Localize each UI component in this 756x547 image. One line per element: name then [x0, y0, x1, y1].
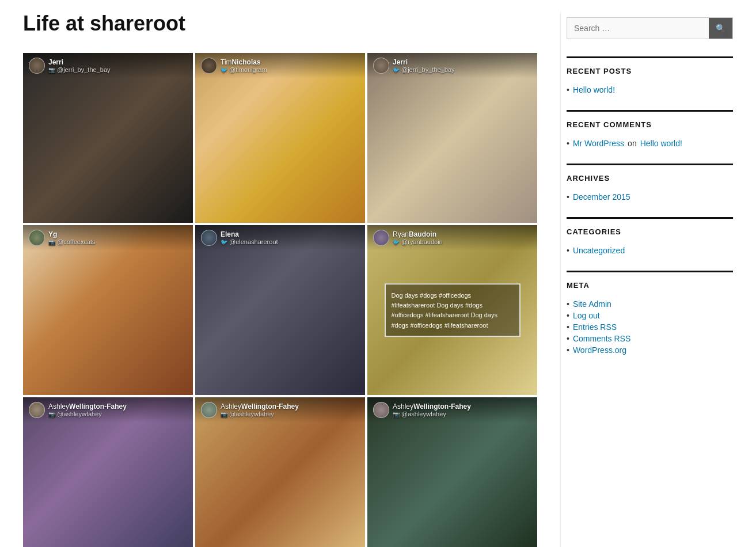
- photo-user-info: RyanBaudoin 🐦@ryanbaudoin: [393, 230, 443, 245]
- photo-handle: 📷@coffeexcats: [48, 238, 96, 245]
- recent-posts-title: RECENT POSTS: [567, 67, 733, 75]
- photo-handle: 📷@ashleywfahey: [393, 411, 471, 417]
- list-item: Hello world!: [567, 84, 733, 96]
- handle-icon: 📷: [48, 411, 55, 417]
- photo-handle: 📷@ashleywfahey: [221, 411, 299, 417]
- meta-link[interactable]: WordPress.org: [573, 345, 626, 355]
- search-input[interactable]: [567, 18, 709, 39]
- handle-icon: 📷: [48, 239, 55, 245]
- photo-user-info: Elena 🐦@elenashareroot: [221, 230, 278, 245]
- photo-user-info: TimNicholas 🐦@timonigram: [221, 58, 267, 73]
- list-item: Entries RSS: [567, 321, 733, 333]
- list-item: December 2015: [567, 191, 733, 203]
- meta-link[interactable]: Comments RSS: [573, 334, 630, 343]
- photo-cell[interactable]: Jerri 🐦@jerri_by_the_bay: [367, 53, 537, 223]
- photo-user-info: AshleyWellington-Fahey 📷@ashleywfahey: [393, 402, 471, 417]
- archives-section: ARCHIVES December 2015: [567, 164, 733, 203]
- photo-cell[interactable]: AshleyWellington-Fahey 📷@ashleywfahey: [195, 397, 365, 547]
- list-item: Log out: [567, 310, 733, 321]
- avatar: [201, 230, 217, 246]
- photo-username: Elena: [221, 230, 278, 238]
- photo-overlay: Jerri 📷@jerri_by_the_bay: [23, 53, 193, 78]
- photo-cell[interactable]: Jerri 📷@jerri_by_the_bay: [23, 53, 193, 223]
- search-icon: 🔍: [716, 24, 725, 33]
- photo-overlay: TimNicholas 🐦@timonigram: [195, 53, 365, 78]
- avatar: [201, 58, 217, 74]
- photo-handle: 🐦@jerri_by_the_bay: [393, 66, 455, 73]
- recent-posts-section: RECENT POSTS Hello world!: [567, 56, 733, 96]
- photo-username: Jerri: [48, 58, 111, 66]
- photo-username: Jerri: [393, 58, 455, 66]
- main-content: Life at shareroot Jerri 📷@jerri_by_the_b…: [23, 12, 560, 547]
- photo-handle: 📷@ashleywfahey: [48, 411, 127, 417]
- handle-icon: 📷: [48, 67, 55, 73]
- photo-overlay: Yg 📷@coffeexcats: [23, 225, 193, 250]
- recent-comments-title: RECENT COMMENTS: [567, 120, 733, 129]
- recent-comments-list: Mr WordPress on Hello world!: [567, 138, 733, 149]
- recent-comments-section: RECENT COMMENTS Mr WordPress on Hello wo…: [567, 110, 733, 149]
- handle-icon: 📷: [393, 411, 400, 417]
- photo-handle: 🐦@timonigram: [221, 66, 267, 73]
- categories-title: CATEGORIES: [567, 227, 733, 236]
- photo-cell[interactable]: Elena 🐦@elenashareroot: [195, 225, 365, 395]
- meta-list: Site AdminLog outEntries RSSComments RSS…: [567, 298, 733, 356]
- list-item: Mr WordPress on Hello world!: [567, 138, 733, 149]
- recent-post-link[interactable]: Hello world!: [573, 85, 615, 94]
- meta-section: META Site AdminLog outEntries RSSComment…: [567, 271, 733, 356]
- search-button[interactable]: 🔍: [709, 18, 732, 39]
- comment-post-link[interactable]: Hello world!: [640, 139, 682, 148]
- list-item: Site Admin: [567, 298, 733, 310]
- meta-link[interactable]: Entries RSS: [573, 322, 617, 332]
- photo-username: AshleyWellington-Fahey: [48, 402, 127, 411]
- avatar: [373, 58, 389, 74]
- photo-cell[interactable]: AshleyWellington-Fahey 📷@ashleywfahey: [367, 397, 537, 547]
- photo-cell[interactable]: Yg 📷@coffeexcats: [23, 225, 193, 395]
- categories-list: Uncategorized: [567, 245, 733, 256]
- meta-title: META: [567, 281, 733, 290]
- avatar: [29, 58, 45, 74]
- photo-caption-text: Dog days #dogs #officedogs #lifeatsharer…: [392, 292, 497, 329]
- page-wrapper: Life at shareroot Jerri 📷@jerri_by_the_b…: [0, 0, 756, 547]
- avatar: [373, 230, 389, 246]
- photo-user-info: Yg 📷@coffeexcats: [48, 230, 96, 245]
- sidebar: 🔍 RECENT POSTS Hello world! RECENT COMME…: [560, 12, 733, 547]
- archives-title: ARCHIVES: [567, 174, 733, 183]
- handle-icon: 🐦: [221, 67, 227, 73]
- comment-separator: on: [628, 139, 637, 148]
- photo-handle: 🐦@elenashareroot: [221, 238, 278, 245]
- list-item: Uncategorized: [567, 245, 733, 256]
- categories-section: CATEGORIES Uncategorized: [567, 217, 733, 256]
- meta-link[interactable]: Log out: [573, 311, 600, 320]
- photo-caption-overlay: Dog days #dogs #officedogs #lifeatsharer…: [385, 283, 521, 337]
- photo-overlay: AshleyWellington-Fahey 📷@ashleywfahey: [195, 397, 365, 423]
- photo-grid: Jerri 📷@jerri_by_the_bay TimNicholas 🐦@t…: [23, 53, 537, 547]
- search-form[interactable]: 🔍: [567, 17, 733, 39]
- archive-link[interactable]: December 2015: [573, 192, 630, 202]
- site-title: Life at shareroot: [23, 12, 537, 36]
- photo-user-info: AshleyWellington-Fahey 📷@ashleywfahey: [48, 402, 127, 417]
- avatar: [201, 402, 217, 418]
- handle-icon: 📷: [221, 411, 227, 417]
- photo-overlay: Jerri 🐦@jerri_by_the_bay: [367, 53, 537, 78]
- photo-cell[interactable]: AshleyWellington-Fahey 📷@ashleywfahey: [23, 397, 193, 547]
- handle-icon: 🐦: [393, 239, 400, 245]
- meta-link[interactable]: Site Admin: [573, 299, 611, 309]
- handle-icon: 🐦: [221, 239, 227, 245]
- handle-icon: 🐦: [393, 67, 400, 73]
- recent-posts-list: Hello world!: [567, 84, 733, 96]
- photo-username: AshleyWellington-Fahey: [221, 402, 299, 411]
- photo-handle: 🐦@ryanbaudoin: [393, 238, 443, 245]
- comment-author-link[interactable]: Mr WordPress: [573, 139, 624, 148]
- category-link[interactable]: Uncategorized: [573, 246, 625, 255]
- photo-overlay: Elena 🐦@elenashareroot: [195, 225, 365, 250]
- photo-username: TimNicholas: [221, 58, 267, 66]
- photo-cell[interactable]: RyanBaudoin 🐦@ryanbaudoin Dog days #dogs…: [367, 225, 537, 395]
- avatar: [29, 230, 45, 246]
- photo-username: Yg: [48, 230, 96, 238]
- photo-user-info: Jerri 🐦@jerri_by_the_bay: [393, 58, 455, 73]
- photo-overlay: RyanBaudoin 🐦@ryanbaudoin: [367, 225, 537, 250]
- list-item: WordPress.org: [567, 344, 733, 356]
- photo-cell[interactable]: TimNicholas 🐦@timonigram: [195, 53, 365, 223]
- photo-username: AshleyWellington-Fahey: [393, 402, 471, 411]
- photo-user-info: AshleyWellington-Fahey 📷@ashleywfahey: [221, 402, 299, 417]
